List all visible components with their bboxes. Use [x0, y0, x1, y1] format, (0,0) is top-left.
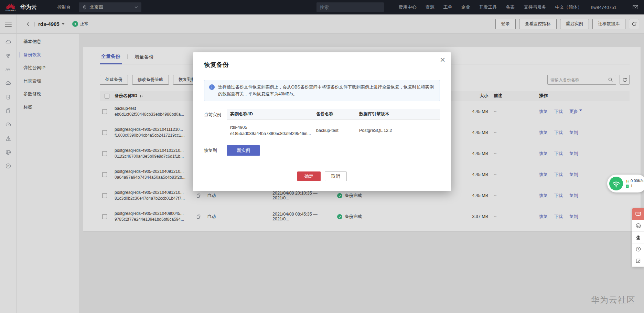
satisfaction-survey-button[interactable]	[632, 220, 644, 232]
header-instance-name-id: 实例名称/ID	[227, 111, 313, 117]
backup-name: backup-test	[313, 127, 356, 134]
info-banner: 选择通过备份文件恢复到实例上，会从OBS备份空间中将该备份文件下载到实例上进行全…	[204, 80, 440, 101]
cancel-button[interactable]: 取消	[325, 171, 347, 181]
net-count: 1	[631, 184, 633, 189]
smiley-icon	[635, 223, 641, 229]
wifi-icon	[609, 177, 623, 190]
header-backup-name: 备份名称	[313, 111, 356, 117]
updown-arrows-icon	[625, 179, 629, 183]
dialog-title: 恢复备份	[204, 61, 440, 69]
instance-id: e185bad039a44ba78905c80afef29546in...	[230, 131, 313, 137]
instance-name: rds-4905	[230, 124, 313, 131]
chat-bubble-icon	[635, 211, 641, 217]
modal-table-header: 实例名称/ID 备份名称 数据库引擎版本	[227, 109, 440, 120]
modal-table-row: rds-4905 e185bad039a44ba78905c80afef2954…	[227, 120, 440, 141]
close-icon[interactable]: ✕	[440, 56, 446, 63]
restore-to-label: 恢复到	[204, 148, 227, 154]
dialog-footer: 确定 取消	[204, 171, 440, 181]
current-instance-label: 当前实例	[204, 109, 227, 141]
svg-text:?: ?	[637, 248, 639, 251]
net-speed: 0.00K/s	[631, 178, 643, 184]
file-count-icon	[625, 184, 629, 188]
info-text: 选择通过备份文件恢复到实例上，会从OBS备份空间中将该备份文件下载到实例上进行全…	[218, 84, 435, 97]
db-engine-version: PostgreSQL 12.2	[356, 127, 440, 134]
question-icon: ?	[635, 246, 641, 252]
live-support-button[interactable]	[632, 232, 644, 243]
headset-agent-icon	[635, 234, 641, 240]
support-dock: ?	[632, 208, 644, 267]
help-button[interactable]: ?	[632, 243, 644, 255]
new-instance-option-button[interactable]: 新实例	[227, 145, 260, 156]
header-db-engine: 数据库引擎版本	[356, 111, 440, 117]
network-monitor-widget[interactable]: 0.00K/s 1	[607, 175, 644, 192]
current-instance-section: 当前实例 实例名称/ID 备份名称 数据库引擎版本 rds-4905 e185b…	[204, 109, 440, 141]
info-icon	[209, 84, 215, 90]
restore-to-section: 恢复到 新实例	[204, 145, 440, 156]
restore-backup-dialog: ✕ 恢复备份 选择通过备份文件恢复到实例上，会从OBS备份空间中将该备份文件下载…	[193, 52, 451, 191]
ok-button[interactable]: 确定	[297, 171, 321, 181]
feedback-form-button[interactable]	[632, 255, 644, 267]
current-instance-table: 实例名称/ID 备份名称 数据库引擎版本 rds-4905 e185bad039…	[227, 109, 440, 141]
edit-icon	[635, 258, 641, 264]
feedback-chat-button[interactable]	[632, 208, 644, 220]
